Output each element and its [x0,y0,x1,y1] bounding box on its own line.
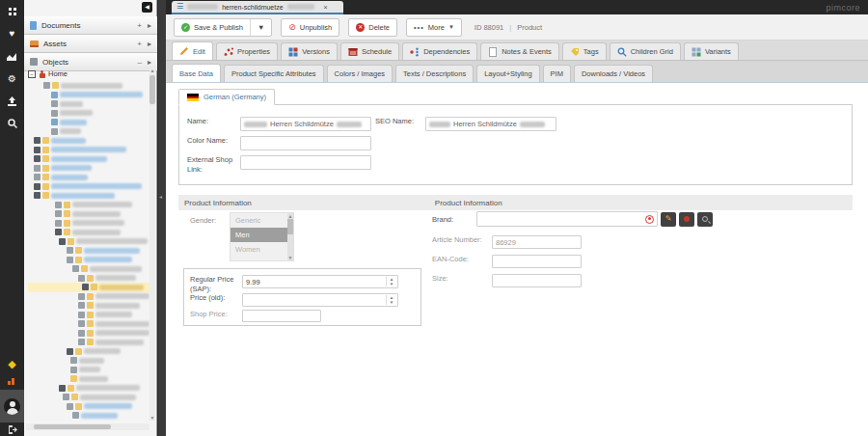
open-brand-button[interactable]: ✎ [661,212,676,227]
save-publish-button[interactable]: ✓ Save & Publish [175,19,250,36]
tab-pim[interactable]: PIM [543,65,571,82]
tree-row[interactable] [28,237,149,247]
scroll-thumb[interactable] [287,219,293,234]
tree-vertical-scrollbar[interactable]: ▲ ▼ [149,68,155,421]
tree-row[interactable] [28,118,149,127]
gender-listbox[interactable]: Generic Men Women ▲ ▼ [230,212,294,261]
tree-row[interactable] [28,311,149,320]
tree-row[interactable] [28,366,149,375]
regular-price-input[interactable]: 9.99 ▲▼ [242,275,398,288]
tab-layout-styling[interactable]: Layout+Styling [476,65,539,82]
close-tab-icon[interactable]: × [324,4,328,11]
tree-row[interactable] [28,347,149,357]
add-asset-button[interactable]: + [137,40,142,48]
tab-downloads-videos[interactable]: Downloads / Videos [574,65,653,82]
scroll-down-icon[interactable]: ▼ [287,255,293,260]
scroll-thumb[interactable] [34,424,111,429]
tree-row[interactable] [28,319,149,329]
upload-icon[interactable] [0,93,24,110]
tab-variants[interactable]: Variants [684,42,739,60]
unpublish-button[interactable]: ⊘ Unpublish [281,18,339,37]
accordion-documents[interactable]: Documents +▸ [24,16,157,35]
expander-icon[interactable]: − [28,70,36,78]
gender-option-men[interactable]: Men [231,228,293,242]
add-document-button[interactable]: + [137,21,142,30]
logout-button[interactable] [0,422,24,436]
shop-price-input[interactable] [242,310,321,322]
name-input[interactable]: Herren Schildmütze [240,117,371,131]
tree-row[interactable] [28,402,149,412]
assets-arrow[interactable]: ▸ [148,40,151,48]
tree-row[interactable] [28,256,149,265]
tree-row[interactable] [28,81,149,91]
size-input[interactable] [492,274,582,287]
collapse-objects-button[interactable]: – [138,58,142,67]
tab-edit[interactable]: Edit [172,41,213,60]
tree-row[interactable] [28,173,149,182]
article-number-input[interactable]: 86929 [492,235,582,249]
tree-row[interactable] [28,219,149,229]
remove-relation-icon[interactable] [645,215,654,224]
tree-row[interactable] [28,201,149,210]
tree-row[interactable] [28,154,149,164]
tree-row[interactable] [28,164,149,174]
tab-product-specific-attributes[interactable]: Product Specific Attributes [224,65,324,82]
tree-row[interactable] [28,246,149,256]
tree-row[interactable] [28,274,149,284]
tree-row[interactable] [28,191,149,201]
color-name-input[interactable] [240,136,371,150]
tree-horizontal-scrollbar[interactable] [26,423,149,430]
tree-row[interactable] [28,99,149,109]
search-icon[interactable] [0,115,24,132]
scroll-up-icon[interactable]: ▲ [149,68,155,73]
tree-row[interactable] [28,136,149,146]
bar-chart-icon[interactable] [0,372,24,390]
scroll-down-icon[interactable]: ▼ [149,415,155,421]
old-price-input[interactable]: ▲▼ [242,293,398,307]
search-brand-button[interactable] [697,212,713,227]
delete-button[interactable]: ✕ Delete [348,18,397,37]
save-options-dropdown[interactable]: ▼ [250,19,271,36]
tab-texts-descriptions[interactable]: Texts / Descriptions [395,65,474,82]
tree-row[interactable] [28,182,149,192]
tree-row[interactable] [28,384,149,394]
tree-row[interactable] [28,127,149,137]
collapse-panel-button[interactable]: ◀ [142,2,152,13]
tree-row[interactable] [28,283,149,292]
tree-row[interactable] [28,264,149,274]
tree-row[interactable] [28,374,149,384]
tree-row[interactable] [28,292,149,302]
tab-tags[interactable]: Tags [562,42,607,60]
user-avatar[interactable] [0,390,24,422]
heart-icon[interactable]: ♥ [0,25,24,42]
tab-dependencies[interactable]: Dependencies [402,42,477,60]
tree-row[interactable] [28,91,149,100]
document-tab[interactable]: ☰ herren-schildmuetze × [172,1,343,14]
tab-base-data[interactable]: Base Data [172,64,221,82]
seo-name-input[interactable]: Herren Schildmütze [425,117,556,131]
gender-option-women[interactable]: Women [231,242,293,257]
tree-row[interactable] [28,301,149,311]
tree-row[interactable] [28,411,149,421]
gear-icon[interactable]: ⚙ [0,70,24,88]
scroll-thumb[interactable] [149,75,155,104]
accordion-assets[interactable]: Assets +▸ [24,35,157,53]
objects-arrow[interactable]: ▸ [148,58,151,67]
tab-notes-events[interactable]: Notes & Events [480,42,559,60]
language-tab-german[interactable]: German (Germany) [178,89,275,105]
tab-colors-images[interactable]: Colors / Images [327,65,393,82]
tree-node-home[interactable]: − Home [28,69,68,78]
gender-option-generic[interactable]: Generic [231,213,293,228]
tree-row[interactable] [28,146,149,155]
tree-row[interactable] [28,338,149,347]
splitter-handle-icon[interactable]: ◂ [159,193,162,200]
tab-children-grid[interactable]: Children Grid [610,42,681,60]
diamond-icon[interactable]: ◆ [0,355,24,372]
clear-brand-button[interactable] [679,212,694,227]
ean-code-input[interactable] [492,255,582,268]
more-button[interactable]: ••• More ▼ [406,18,462,37]
tree-row[interactable] [28,356,149,366]
tree-row[interactable] [28,228,149,237]
tree-row[interactable] [28,329,149,339]
tree-row[interactable] [28,393,149,402]
